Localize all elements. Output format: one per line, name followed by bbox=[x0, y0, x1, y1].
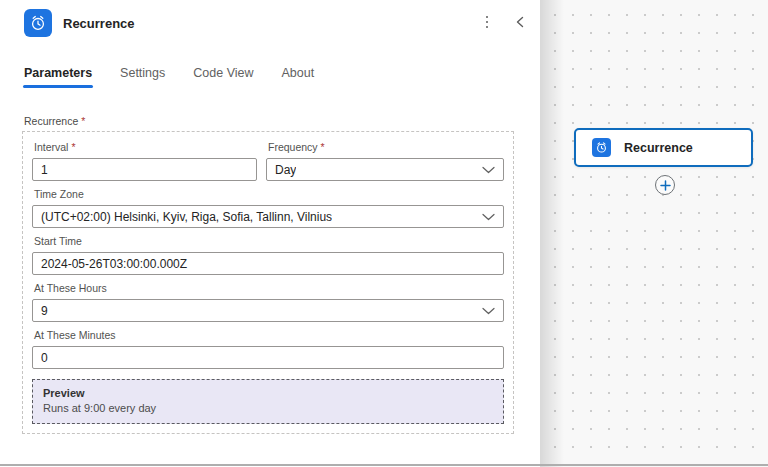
at-these-hours-select[interactable]: 9 bbox=[32, 299, 504, 322]
preview-box: Preview Runs at 9:00 every day bbox=[32, 379, 504, 424]
required-asterisk: * bbox=[81, 115, 85, 127]
timezone-select[interactable]: (UTC+02:00) Helsinki, Kyiv, Riga, Sofia,… bbox=[32, 205, 504, 228]
start-time-label: Start Time bbox=[34, 235, 504, 248]
start-time-field: Start Time bbox=[32, 235, 504, 275]
panel-header-actions bbox=[476, 11, 531, 33]
chevron-down-icon bbox=[482, 213, 495, 221]
node-label: Recurrence bbox=[624, 141, 693, 155]
at-these-minutes-label: At These Minutes bbox=[34, 329, 504, 342]
preview-text: Runs at 9:00 every day bbox=[43, 402, 493, 414]
flow-canvas[interactable]: Recurrence bbox=[540, 0, 768, 467]
at-these-hours-field: At These Hours 9 bbox=[32, 282, 504, 322]
tab-settings[interactable]: Settings bbox=[120, 66, 165, 88]
timezone-field: Time Zone (UTC+02:00) Helsinki, Kyiv, Ri… bbox=[32, 188, 504, 228]
chevron-down-icon bbox=[482, 166, 495, 174]
at-these-hours-label: At These Hours bbox=[34, 282, 504, 295]
at-these-minutes-field: At These Minutes bbox=[32, 329, 504, 369]
window-bottom-edge bbox=[0, 464, 768, 466]
frequency-label: Frequency * bbox=[268, 141, 504, 154]
flow-designer-window: Recurrence Parameters Settings Code View… bbox=[0, 0, 768, 467]
interval-input[interactable] bbox=[32, 158, 257, 181]
collapse-panel-button[interactable] bbox=[509, 11, 531, 33]
recurrence-group-box: Interval * Frequency * Day bbox=[22, 131, 514, 434]
start-time-input[interactable] bbox=[32, 252, 504, 275]
recurrence-node[interactable]: Recurrence bbox=[574, 128, 753, 167]
tab-bar: Parameters Settings Code View About bbox=[24, 66, 540, 88]
plus-icon bbox=[660, 180, 671, 191]
required-asterisk: * bbox=[321, 141, 325, 154]
preview-title: Preview bbox=[43, 387, 493, 399]
timezone-label: Time Zone bbox=[34, 188, 504, 201]
panel-title: Recurrence bbox=[63, 16, 135, 31]
at-these-minutes-input[interactable] bbox=[32, 346, 504, 369]
chevron-down-icon bbox=[482, 307, 495, 315]
parameters-form: Recurrence * Interval * Frequency bbox=[22, 115, 516, 434]
tab-code-view[interactable]: Code View bbox=[193, 66, 253, 88]
add-action-button[interactable] bbox=[655, 175, 675, 195]
tab-about[interactable]: About bbox=[282, 66, 315, 88]
chevron-left-icon bbox=[514, 15, 526, 29]
alarm-clock-icon bbox=[24, 9, 52, 37]
interval-field: Interval * bbox=[32, 141, 257, 181]
kebab-menu-button[interactable] bbox=[476, 11, 498, 33]
interval-label: Interval * bbox=[34, 141, 257, 154]
required-asterisk: * bbox=[71, 141, 75, 154]
panel-header: Recurrence bbox=[0, 0, 540, 37]
trigger-config-panel: Recurrence Parameters Settings Code View… bbox=[0, 0, 540, 467]
frequency-select[interactable]: Day bbox=[266, 158, 504, 181]
alarm-clock-icon bbox=[592, 138, 611, 157]
tab-parameters[interactable]: Parameters bbox=[24, 66, 92, 88]
kebab-menu-icon bbox=[486, 16, 489, 29]
recurrence-group-label: Recurrence * bbox=[24, 115, 516, 127]
frequency-field: Frequency * Day bbox=[266, 141, 504, 181]
